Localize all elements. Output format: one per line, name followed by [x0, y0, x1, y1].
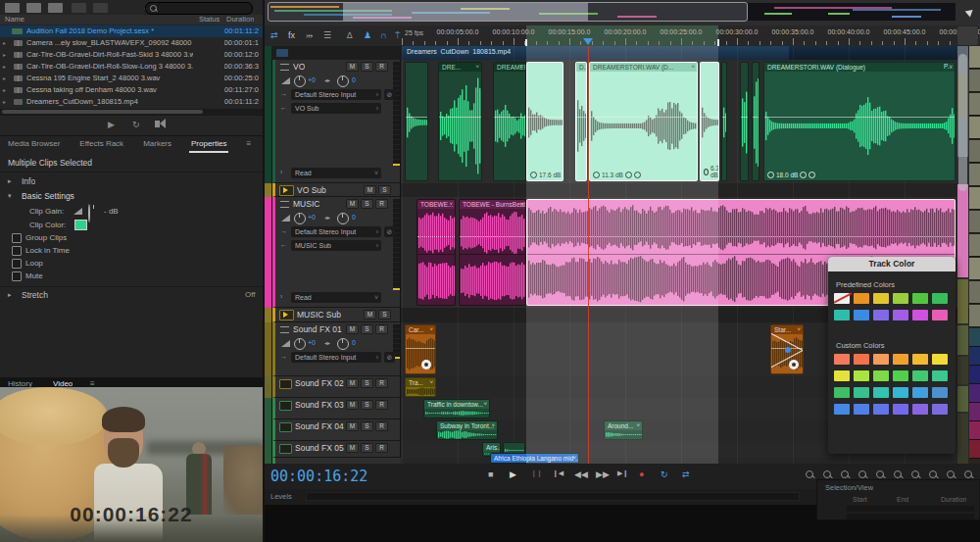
- track-r-button[interactable]: R: [375, 62, 388, 72]
- custom-color-swatch[interactable]: [854, 370, 869, 381]
- clip-label[interactable]: Aris...: [483, 443, 500, 452]
- track-s-button[interactable]: S: [361, 443, 373, 453]
- clip-vo-dark[interactable]: [752, 62, 760, 181]
- levels-label[interactable]: Levels: [270, 492, 292, 501]
- output-select[interactable]: MUSIC Sub›: [291, 240, 381, 251]
- pan-knob[interactable]: [337, 213, 349, 224]
- clip-vo-dark2[interactable]: DREAMERSTORI.WAV (Dialogue)˅18.0 dB: [763, 62, 956, 181]
- track-s-button[interactable]: S: [361, 378, 373, 388]
- track-s-button[interactable]: S: [361, 324, 373, 334]
- custom-color-swatch[interactable]: [873, 387, 889, 398]
- track-name[interactable]: Sound FX 02: [295, 378, 344, 388]
- clip-fx-green[interactable]: Traffic in downtow...˅: [423, 399, 490, 419]
- volume-envelope-line[interactable]: [722, 117, 726, 118]
- clip-gain-badge[interactable]: 18.0 dB: [767, 172, 815, 178]
- clip-label[interactable]: TOBEWE...˅: [417, 200, 455, 209]
- custom-color-swatch[interactable]: [854, 387, 869, 398]
- volume-knob[interactable]: [294, 338, 306, 350]
- clip-vo-dark[interactable]: [740, 62, 749, 181]
- clip-label[interactable]: TOBEWE - BurnsBeat - v02.wav (Music)˅: [460, 200, 525, 209]
- volume-knob[interactable]: [294, 75, 306, 87]
- custom-color-swatch[interactable]: [932, 354, 948, 365]
- color-swatch[interactable]: [893, 293, 908, 304]
- clip-label[interactable]: DREAMERSTORI.WAV...˅: [494, 63, 525, 72]
- clip-knob-icon[interactable]: [789, 360, 799, 370]
- volume-envelope-line[interactable]: [439, 117, 481, 118]
- track-header-sound-fx-01[interactable]: Sound FX 01MSR+0◂▸0→Default Stereo Input…: [272, 322, 400, 376]
- zoom-tool-icon[interactable]: [929, 470, 937, 478]
- no-color-swatch[interactable]: [834, 293, 850, 304]
- scrollbar-thumb[interactable]: [958, 54, 967, 191]
- track-name[interactable]: Sound FX 04: [295, 421, 344, 431]
- custom-color-swatch[interactable]: [893, 404, 908, 415]
- dialog-title[interactable]: Track Color: [828, 257, 956, 271]
- import-files-icon[interactable]: [26, 3, 41, 13]
- trash-icon[interactable]: [93, 3, 108, 13]
- custom-color-swatch[interactable]: [932, 387, 948, 398]
- track-name[interactable]: MUSIC: [293, 199, 319, 209]
- upload-icon[interactable]: [72, 3, 86, 13]
- custom-color-swatch[interactable]: [834, 370, 850, 381]
- custom-color-swatch[interactable]: [873, 370, 889, 381]
- column-status[interactable]: Status: [199, 15, 220, 24]
- time-selection-overlay[interactable]: [526, 46, 718, 464]
- volume-envelope-line[interactable]: [406, 348, 435, 349]
- custom-color-swatch[interactable]: [854, 404, 869, 415]
- volume-knob[interactable]: [294, 213, 306, 224]
- custom-color-swatch[interactable]: [893, 370, 908, 381]
- column-duration[interactable]: Duration: [226, 15, 254, 24]
- volume-fader-icon[interactable]: [281, 340, 290, 347]
- custom-color-swatch[interactable]: [834, 404, 850, 415]
- playhead-line[interactable]: [588, 46, 589, 464]
- volume-envelope-line[interactable]: [741, 117, 748, 118]
- clip-label[interactable]: Traffic in downtow...˅: [424, 400, 489, 409]
- track-name[interactable]: Sound FX 03: [295, 400, 344, 410]
- clip-menu-caret-icon[interactable]: ˅: [797, 325, 801, 334]
- input-select[interactable]: Default Stereo Input›: [291, 352, 381, 363]
- zoom-tool-icon[interactable]: [841, 470, 849, 478]
- automation-chevron-icon[interactable]: ›: [280, 293, 282, 300]
- custom-color-swatch[interactable]: [912, 387, 928, 398]
- track-s-button[interactable]: S: [361, 62, 373, 72]
- clip-menu-caret-icon[interactable]: ˅: [429, 378, 433, 387]
- custom-color-swatch[interactable]: [893, 387, 908, 398]
- monitor-input-icon[interactable]: ⊘: [384, 89, 395, 100]
- track-m-button[interactable]: M: [346, 443, 359, 453]
- track-name[interactable]: VO: [293, 62, 305, 72]
- output-select[interactable]: VO Sub›: [291, 103, 381, 114]
- clip-vo-dark[interactable]: DRE...˅: [438, 62, 482, 181]
- volume-envelope-line[interactable]: [753, 117, 759, 118]
- custom-color-swatch[interactable]: [893, 354, 908, 365]
- clip-vo-dark[interactable]: [721, 62, 727, 181]
- volume-envelope-line[interactable]: [764, 117, 955, 118]
- clip-menu-caret-icon[interactable]: ˅: [429, 325, 433, 334]
- file-list-header[interactable]: Name Status Duration: [0, 15, 263, 25]
- navigator-selection[interactable]: [343, 3, 588, 21]
- track-s-button[interactable]: S: [361, 400, 373, 410]
- clip-menu-caret-icon[interactable]: ˅: [519, 200, 523, 209]
- color-swatch[interactable]: [854, 293, 869, 304]
- track-m-button[interactable]: M: [364, 185, 376, 195]
- input-select[interactable]: Default Stereo Input›: [291, 226, 381, 237]
- track-header-vo[interactable]: VOMSR+0◂▸0→Default Stereo Input›⊘←VO Sub…: [272, 60, 400, 183]
- custom-color-swatch[interactable]: [834, 387, 850, 398]
- v-scrollbar[interactable]: [957, 46, 968, 464]
- track-s-button[interactable]: S: [378, 310, 391, 320]
- new-item-icon[interactable]: [48, 3, 63, 13]
- file-row[interactable]: Audition Fall 2018 Demo Project.sesx *00…: [0, 25, 263, 37]
- track-r-button[interactable]: R: [375, 378, 388, 388]
- track-header-music-sub[interactable]: MUSIC SubMS: [272, 308, 400, 322]
- clip-label[interactable]: Subway in Toront...˅: [437, 421, 497, 430]
- volume-envelope-line[interactable]: [406, 117, 427, 118]
- clip-vo-dark[interactable]: DREAMERSTORI.WAV...˅: [493, 62, 526, 181]
- track-m-button[interactable]: M: [346, 400, 359, 410]
- track-r-button[interactable]: R: [375, 199, 388, 209]
- automation-line[interactable]: [460, 236, 526, 237]
- custom-color-swatch[interactable]: [873, 404, 889, 415]
- color-swatch[interactable]: [873, 293, 889, 304]
- track-m-button[interactable]: M: [346, 378, 359, 388]
- clip-fx-orange[interactable]: Car...˅: [405, 324, 436, 374]
- monitor-input-icon[interactable]: ⊘: [384, 352, 395, 363]
- clip-mu-dark[interactable]: TOBEWE...˅: [416, 199, 456, 306]
- automation-chevron-icon[interactable]: ›: [280, 169, 282, 175]
